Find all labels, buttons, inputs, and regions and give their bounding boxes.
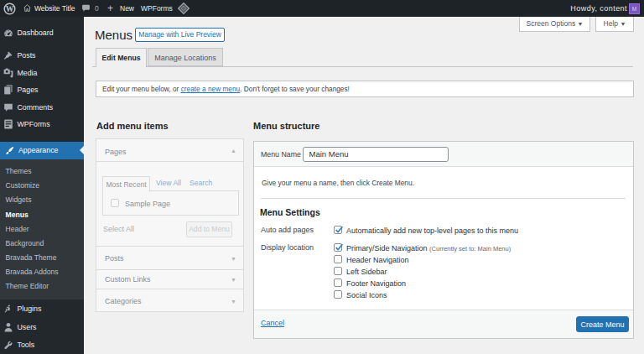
svg-text:W: W — [6, 3, 14, 13]
